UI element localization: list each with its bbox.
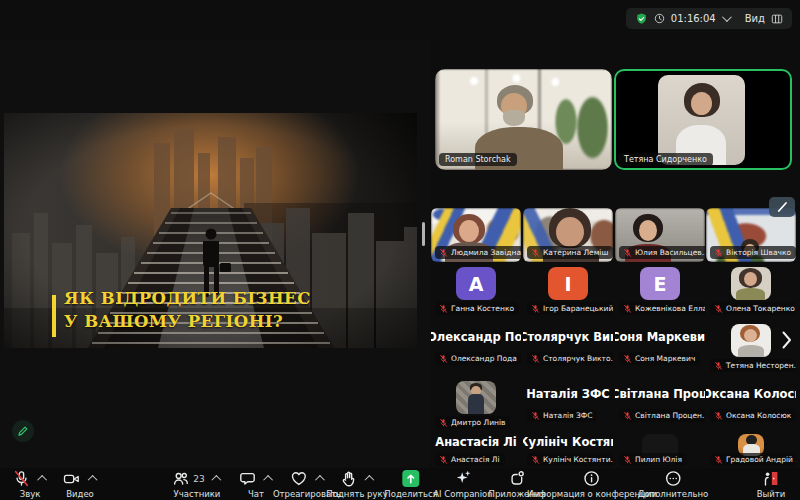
- raise-hand-chevron-up-icon[interactable]: [364, 475, 374, 485]
- participant-name-label: Тетяна Несторен...: [710, 359, 796, 372]
- raise-hand-button[interactable]: Поднять руку: [326, 470, 387, 499]
- participant-name-label: Оксана Колосюк: [710, 409, 796, 422]
- raise-hand-label: Поднять руку: [326, 489, 387, 499]
- participant-name-label: Наталія ЗФС: [527, 409, 597, 422]
- gallery-view-icon[interactable]: [771, 13, 783, 25]
- person-silhouette: [744, 329, 757, 342]
- avatar-letter: Е: [654, 273, 667, 295]
- chat-chevron-up-icon[interactable]: [263, 475, 273, 485]
- participant-tile[interactable]: АГанна Костенко: [431, 265, 521, 319]
- participant-name-label: Пилип Юлія: [619, 453, 687, 466]
- mic-muted-icon: [439, 304, 448, 314]
- participants-button[interactable]: 23Участники: [172, 470, 221, 499]
- mic-muted-icon: [623, 411, 632, 421]
- mic-muted-icon: [714, 455, 723, 465]
- participant-tile[interactable]: Кулініч Костянт...Кулініч Костянти...: [523, 434, 613, 467]
- participant-name: Оксана Колосюк: [726, 411, 791, 420]
- speaker-tile[interactable]: Roman Storchak: [435, 69, 612, 170]
- react-chevron-up-icon[interactable]: [315, 475, 325, 485]
- participant-name: Тетяна Несторен...: [726, 361, 796, 370]
- participant-tile[interactable]: Олександр ПодаОлександр Пода: [431, 322, 521, 376]
- participant-tile[interactable]: Наталія ЗФСНаталія ЗФС: [523, 379, 613, 433]
- participant-display-name: Кулініч Костянт...: [523, 435, 613, 449]
- participant-tile[interactable]: Столярчук Викт...Столярчук Викто...: [523, 322, 613, 376]
- participant-tile[interactable]: Соня МаркевичСоня Маркевич: [615, 322, 705, 376]
- participant-name: Ганна Костенко: [451, 304, 514, 313]
- more-button[interactable]: Дополнительно: [638, 470, 709, 499]
- video-button[interactable]: Видео: [63, 470, 98, 499]
- person-silhouette: [556, 217, 584, 247]
- participant-tile[interactable]: ІІгор Баранецький: [523, 265, 613, 319]
- slide-title-line1: ЯК ВІДРОДИТИ БІЗНЕС: [64, 287, 311, 310]
- speaker-tile[interactable]: Тетяна Сидорченко: [614, 69, 792, 170]
- participants-count: 23: [193, 474, 204, 484]
- participant-tile[interactable]: Катерина Леміш: [523, 208, 613, 262]
- participant-name-label: Кожевнікова Елла: [619, 302, 705, 315]
- person-silhouette: [738, 345, 764, 357]
- participant-display-name: Оксана Колосюк: [706, 387, 796, 401]
- mic-muted-icon: [714, 248, 723, 258]
- participant-name-label: Соня Маркевич: [619, 352, 700, 365]
- heart-icon: [290, 470, 308, 487]
- person-silhouette: [468, 394, 484, 414]
- mic-muted-icon: [623, 248, 632, 258]
- participant-name-label: Дмитро Линів: [435, 416, 510, 429]
- topbar: 01:16:04 Вид: [0, 0, 800, 40]
- participant-name: Юлия Васильцев...: [635, 248, 705, 257]
- mic-muted-icon: [13, 470, 30, 487]
- meeting-timer[interactable]: 01:16:04: [671, 13, 716, 24]
- slide-title: ЯК ВІДРОДИТИ БІЗНЕС У ВАШОМУ РЕГІОНІ?: [64, 287, 311, 333]
- participant-name: Катерина Леміш: [543, 248, 608, 257]
- security-shield-icon[interactable]: [635, 12, 648, 26]
- mic-muted-icon: [714, 361, 723, 371]
- video-chevron-up-icon[interactable]: [88, 475, 98, 485]
- mic-muted-icon: [623, 455, 632, 465]
- participant-tile[interactable]: Юлия Васильцев...: [615, 208, 705, 262]
- share-button[interactable]: Поделиться: [384, 470, 437, 499]
- participant-tile[interactable]: ЕКожевнікова Елла: [615, 265, 705, 319]
- person-silhouette: [691, 92, 712, 115]
- participant-display-name: Анастасія Лі: [431, 435, 521, 449]
- ai-sparkle-icon: [454, 470, 471, 487]
- participant-tile[interactable]: Анастасія ЛіАнастасія Лі: [431, 434, 521, 467]
- audio-label: Звук: [20, 489, 41, 499]
- participant-name-label: Roman Storchak: [439, 153, 517, 166]
- hand-icon: [340, 470, 357, 487]
- participant-tile[interactable]: Світлана Проце...Світлана Процен...: [615, 379, 705, 433]
- clock-icon: [654, 13, 665, 24]
- participant-name-label: Градовой Андрій ...: [710, 453, 796, 466]
- next-page-button[interactable]: [782, 331, 792, 353]
- content-scrollbar[interactable]: [422, 222, 425, 246]
- participant-name: Градовой Андрій ...: [726, 455, 796, 464]
- participant-tile[interactable]: Оксана КолосюкОксана Колосюк: [706, 379, 796, 433]
- participant-name-label: Столярчук Викто...: [527, 352, 613, 365]
- participant-tile[interactable]: Людмила Завідна: [431, 208, 521, 262]
- view-button-label[interactable]: Вид: [745, 13, 765, 24]
- participant-name: Світлана Процен...: [635, 411, 705, 420]
- meeting-window: 01:16:04 Вид: [0, 0, 800, 500]
- mic-muted-icon: [439, 248, 448, 258]
- video-label: Видео: [66, 489, 94, 499]
- participant-name-label: Юлия Васильцев...: [619, 246, 705, 259]
- participant-name: Кожевнікова Елла: [635, 304, 705, 313]
- ai-companion-label: AI Companion: [433, 489, 492, 499]
- ai-companion-button[interactable]: AI Companion: [433, 470, 492, 499]
- mic-muted-icon: [623, 354, 632, 364]
- participant-name-label: Катерина Леміш: [527, 246, 613, 259]
- share-label: Поделиться: [384, 489, 437, 499]
- participant-tile[interactable]: Пилип Юлія: [615, 434, 705, 467]
- swipe-indicator-icon: [769, 197, 795, 217]
- participant-tile[interactable]: Олена Токаренко: [706, 265, 796, 319]
- chat-label: Чат: [248, 489, 264, 499]
- leave-button[interactable]: Выйти: [757, 470, 786, 499]
- timer-chevron-down-icon[interactable]: [722, 12, 732, 22]
- participant-display-name: Світлана Проце...: [615, 387, 705, 401]
- participants-chevron-up-icon[interactable]: [212, 475, 222, 485]
- audio-button[interactable]: Звук: [13, 470, 47, 499]
- annotate-button[interactable]: [12, 420, 34, 442]
- person-silhouette: [744, 272, 757, 286]
- participant-tile[interactable]: Градовой Андрій ...: [706, 434, 796, 467]
- chat-button[interactable]: Чат: [239, 470, 273, 499]
- audio-chevron-up-icon[interactable]: [37, 475, 47, 485]
- participant-tile[interactable]: Дмитро Линів: [431, 379, 521, 433]
